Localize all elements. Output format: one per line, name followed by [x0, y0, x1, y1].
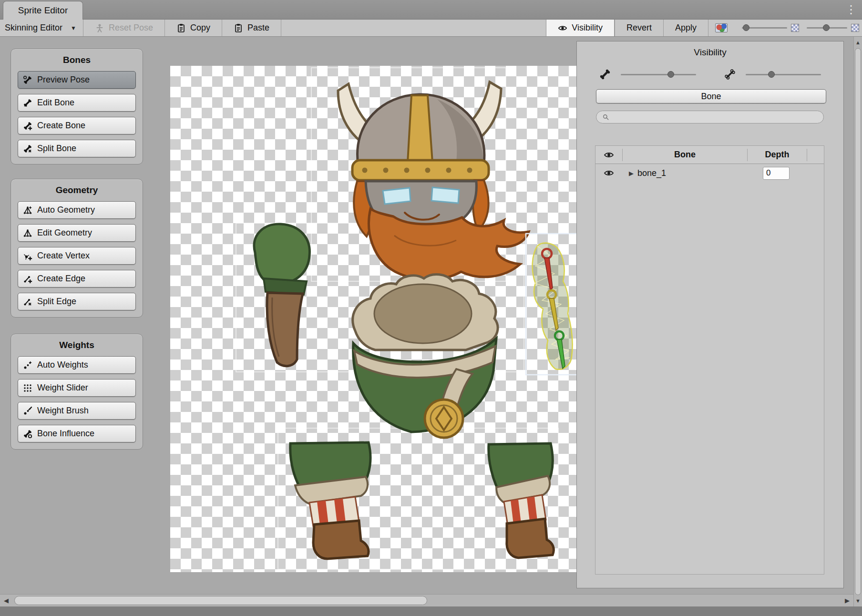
weights-tool-group: Weights Auto Weights Weight Slider Weigh… [10, 334, 143, 450]
tab-strip: Sprite Editor ⋮ [0, 0, 862, 20]
auto-weights-icon [23, 360, 32, 370]
slider-thumb[interactable] [667, 71, 674, 78]
disclosure-triangle-icon[interactable]: ▶ [629, 170, 634, 177]
create-vertex-icon [23, 251, 32, 261]
row-visibility-eye-icon[interactable] [604, 168, 614, 178]
tab-sprite-editor[interactable]: Sprite Editor [3, 1, 83, 20]
weight-brush-icon [23, 406, 32, 416]
paste-label: Paste [247, 23, 269, 33]
sprite-part-left-leg[interactable] [290, 442, 370, 559]
sprite-sheet-opacity-slider[interactable] [742, 27, 787, 29]
bone-tab-button[interactable]: Bone [596, 89, 826, 103]
overlay-opacity-slider[interactable] [807, 27, 847, 29]
viking-sprite-sheet [170, 66, 576, 572]
visibility-column-eye-icon[interactable] [604, 150, 614, 160]
edit-bone-button[interactable]: Edit Bone [18, 94, 136, 112]
copy-label: Copy [190, 23, 210, 33]
search-icon [602, 113, 609, 121]
checker-opacity-icon [791, 24, 799, 32]
create-edge-button[interactable]: Create Edge [18, 270, 136, 287]
auto-geometry-button[interactable]: Auto Geometry [18, 201, 136, 219]
vertical-scrollbar[interactable]: ▲ ▼ [853, 37, 862, 606]
weight-brush-button[interactable]: Weight Brush [18, 402, 136, 420]
visibility-toggle-button[interactable]: Visibility [546, 20, 615, 36]
bones-tool-group: Bones Preview Pose Edit Bone Create Bone… [10, 49, 143, 164]
scroll-up-arrow-icon[interactable]: ▲ [854, 38, 862, 47]
horizontal-scrollbar[interactable]: ◀ ▶ [0, 594, 853, 606]
create-edge-icon [23, 274, 32, 284]
create-vertex-button[interactable]: Create Vertex [18, 247, 136, 265]
edit-bone-icon [23, 98, 32, 108]
scroll-right-arrow-icon[interactable]: ▶ [841, 595, 853, 606]
revert-label: Revert [626, 23, 652, 33]
mesh-opacity-slider[interactable] [746, 74, 821, 75]
toolbar-separator [708, 20, 708, 36]
visibility-label: Visibility [572, 23, 603, 33]
slider-thumb[interactable] [823, 24, 830, 31]
split-edge-button[interactable]: Split Edge [18, 293, 136, 310]
bone-influence-icon [23, 429, 32, 439]
apply-label: Apply [675, 23, 697, 33]
bone-name: bone_1 [637, 168, 666, 178]
toolbar-separator [281, 20, 281, 36]
paste-icon [234, 23, 243, 33]
preview-pose-icon [23, 75, 32, 85]
geometry-tool-group: Geometry Auto Geometry Edit Geometry Cre… [10, 179, 143, 318]
weight-slider-icon [23, 383, 32, 393]
reset-pose-icon [95, 23, 104, 33]
create-bone-icon [23, 121, 32, 131]
depth-column-header: Depth [765, 150, 790, 160]
sprite-part-head[interactable] [338, 82, 529, 280]
geometry-group-title: Geometry [11, 179, 143, 201]
copy-button[interactable]: Copy [165, 20, 222, 36]
search-input[interactable] [613, 113, 818, 122]
skinning-mode-dropdown[interactable]: Skinning Editor ▼ [0, 20, 83, 36]
bones-group-title: Bones [11, 49, 143, 71]
depth-input[interactable] [763, 167, 790, 180]
visibility-panel-title: Visibility [577, 41, 843, 62]
bone-search-field[interactable] [596, 111, 824, 123]
auto-geometry-icon [23, 205, 32, 215]
reset-pose-button[interactable]: Reset Pose [83, 20, 164, 36]
toolbar: Skinning Editor ▼ Reset Pose Copy Paste … [0, 20, 862, 37]
split-bone-button[interactable]: Split Bone [18, 140, 136, 157]
bone-opacity-slider[interactable] [621, 74, 696, 75]
horizontal-scroll-thumb[interactable] [14, 596, 427, 605]
sprite-editor-window: Sprite Editor ⋮ Skinning Editor ▼ Reset … [0, 0, 862, 616]
bone-column-header: Bone [674, 150, 696, 160]
apply-button[interactable]: Apply [664, 23, 708, 33]
chevron-down-icon: ▼ [71, 25, 76, 31]
split-edge-icon [23, 297, 32, 307]
copy-icon [176, 23, 186, 33]
bone-list-row[interactable]: ▶ bone_1 [595, 164, 824, 182]
sprite-sheet-preview-icon[interactable] [715, 23, 728, 32]
sprite-part-right-leg[interactable] [489, 443, 554, 558]
visibility-panel: Visibility Bone [576, 41, 844, 588]
toolbar-right-group: Visibility Revert Apply [546, 20, 859, 36]
auto-weights-button[interactable]: Auto Weights [18, 356, 136, 374]
sprite-part-mitten[interactable] [254, 224, 309, 366]
sprite-part-skinned-arm[interactable] [526, 234, 576, 375]
checker-opacity-icon [851, 24, 859, 32]
scroll-down-arrow-icon[interactable]: ▼ [854, 596, 862, 606]
bone-outline-icon [724, 68, 736, 81]
window-bottom-edge [0, 606, 862, 616]
split-bone-icon [23, 144, 32, 154]
vertical-scroll-thumb[interactable] [855, 48, 861, 595]
scroll-left-arrow-icon[interactable]: ◀ [0, 595, 12, 606]
paste-button[interactable]: Paste [222, 20, 281, 36]
slider-thumb[interactable] [768, 71, 775, 78]
sprite-part-torso[interactable] [353, 274, 498, 438]
weight-slider-button[interactable]: Weight Slider [18, 379, 136, 397]
reset-pose-label: Reset Pose [109, 23, 153, 33]
edit-geometry-button[interactable]: Edit Geometry [18, 224, 136, 242]
column-divider [807, 149, 807, 161]
skinning-mode-label: Skinning Editor [5, 23, 62, 33]
preview-pose-button[interactable]: Preview Pose [18, 71, 136, 89]
kebab-menu-icon[interactable]: ⋮ [845, 2, 857, 17]
bone-influence-button[interactable]: Bone Influence [18, 425, 136, 442]
revert-button[interactable]: Revert [615, 23, 663, 33]
slider-thumb[interactable] [743, 24, 749, 31]
create-bone-button[interactable]: Create Bone [18, 117, 136, 134]
sprite-canvas[interactable] [170, 66, 576, 572]
